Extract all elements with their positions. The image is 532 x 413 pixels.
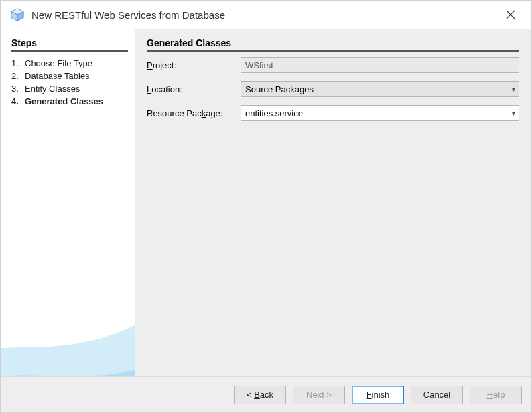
button-bar: < Back Next > Finish Cancel Help <box>1 376 531 412</box>
step-label: Choose File Type <box>25 58 92 68</box>
form-pane: Generated Classes Project: Location: ▾ R… <box>135 29 531 376</box>
package-combo[interactable] <box>241 105 519 121</box>
app-cube-icon <box>10 7 25 22</box>
step-item-current: 4. Generated Classes <box>11 95 128 108</box>
location-select[interactable] <box>241 81 519 97</box>
dialog-body: Steps 1. Choose File Type 2. Database Ta… <box>1 29 531 376</box>
close-icon <box>506 10 515 19</box>
step-number: 4. <box>11 96 25 106</box>
finish-button[interactable]: Finish <box>352 386 404 404</box>
step-label: Generated Classes <box>25 96 103 106</box>
package-label: Resource Package: <box>147 108 241 118</box>
step-item: 2. Database Tables <box>11 70 128 82</box>
location-label: Location: <box>147 84 241 94</box>
step-label: Database Tables <box>25 71 90 81</box>
title-bar: New RESTful Web Services from Database <box>1 1 531 29</box>
form-heading: Generated Classes <box>147 37 519 52</box>
cancel-button[interactable]: Cancel <box>411 386 463 404</box>
dialog-title: New RESTful Web Services from Database <box>31 9 225 21</box>
location-row: Location: ▾ <box>147 81 519 97</box>
steps-heading: Steps <box>11 37 128 52</box>
steps-pane: Steps 1. Choose File Type 2. Database Ta… <box>1 29 135 376</box>
package-row: Resource Package: ▾ <box>147 105 519 121</box>
step-item: 3. Entity Classes <box>11 82 128 95</box>
project-input <box>241 57 519 73</box>
wave-decoration-icon <box>1 242 135 376</box>
help-button: Help <box>470 386 522 404</box>
back-button[interactable]: < Back <box>234 386 286 404</box>
step-number: 3. <box>11 84 25 94</box>
package-combo-wrap[interactable]: ▾ <box>241 105 519 121</box>
next-button: Next > <box>293 386 345 404</box>
project-label: Project: <box>147 60 241 70</box>
project-row: Project: <box>147 57 519 73</box>
step-label: Entity Classes <box>25 84 80 94</box>
location-select-wrap[interactable]: ▾ <box>241 81 519 97</box>
dialog-window: New RESTful Web Services from Database S… <box>0 0 532 413</box>
steps-list: 1. Choose File Type 2. Database Tables 3… <box>11 57 128 108</box>
close-button[interactable] <box>499 3 522 26</box>
step-item: 1. Choose File Type <box>11 57 128 70</box>
step-number: 2. <box>11 71 25 81</box>
step-number: 1. <box>11 58 25 68</box>
